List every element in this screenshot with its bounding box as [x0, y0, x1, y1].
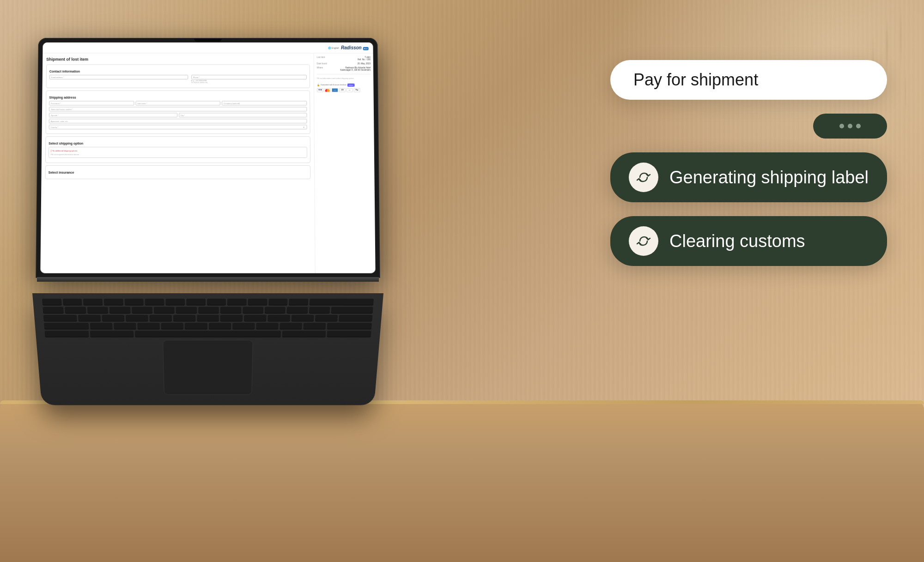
laptop-screen-inner: 🌐 English Radisson BLU Shipment of lost … [40, 42, 375, 273]
pay-shipment-text: Pay for shipment [633, 70, 758, 89]
web-page: 🌐 English Radisson BLU Shipment of lost … [40, 42, 375, 273]
no-shipping-options: No additional shipping options. [51, 149, 305, 152]
date-found-row: Date found 20. May, 2023 [317, 62, 371, 65]
web-page-header: 🌐 English Radisson BLU [43, 42, 373, 54]
touchpad[interactable] [163, 340, 253, 395]
keyboard-keys [32, 293, 383, 342]
lost-item-ref: Ref. No. / 180 [358, 58, 371, 60]
hotel-badge: BLU [363, 47, 368, 50]
where-row: Where Radisson Blu Arlanda Hotel Kabinvä… [317, 66, 371, 71]
zip-city-row: Zipcode * City * [49, 113, 307, 117]
payment-icons: VISA AMEX JCB Dn Pay [317, 88, 371, 92]
company-input[interactable]: Company (optional) [222, 101, 307, 106]
stripe-badge: stripe [347, 83, 354, 86]
amex-icon: AMEX [332, 88, 338, 92]
dot-1 [839, 124, 844, 128]
diners-icon: Dn [346, 88, 353, 92]
clearing-customs-icon [629, 226, 658, 256]
shipping-option-title: Select shipping option [49, 142, 307, 145]
phone-input[interactable]: Phone * [191, 75, 307, 79]
generating-label-text: Generating shipping label [669, 168, 869, 187]
contact-section-title: Contact information [49, 70, 307, 73]
hotel-address: Kabinvägen 5, 190 60 Stockholm [340, 69, 371, 71]
laptop-keyboard [32, 293, 383, 405]
dots-card [813, 114, 887, 139]
hotel-logo: Radisson BLU [341, 45, 369, 50]
phone-note: For shipment updates only [191, 82, 307, 84]
jcb-icon: JCB [339, 88, 346, 92]
fill-notice: Fill out recipient information above [51, 153, 305, 156]
insurance-section-title: Select insurance [49, 171, 308, 174]
visa-icon: VISA [317, 88, 323, 92]
apartment-input[interactable]: Apartment, suite, etc. [49, 119, 307, 123]
dot-3 [856, 124, 861, 128]
camera-notch [194, 39, 222, 42]
laptop-hinge [37, 277, 379, 282]
generating-label-icon [629, 163, 658, 192]
shipping-options-box: No additional shipping options. Fill out… [49, 147, 307, 158]
secure-text: Guaranteed safe & secure checkout [321, 84, 346, 86]
page-title: Shipment of lost item [46, 57, 310, 62]
secure-checkout-section: 🔒 Guaranteed safe & secure checkout stri… [317, 83, 371, 86]
pay-shipment-card[interactable]: Pay for shipment [610, 60, 887, 100]
contact-row: Email address * Phone * E.g. +44 2345678… [49, 75, 307, 84]
generating-label-card: Generating shipping label [610, 152, 887, 202]
last-name-input[interactable]: Last name * [135, 101, 220, 106]
shipping-section-title: Shipping address [49, 96, 307, 99]
first-name-input[interactable]: First name * [49, 101, 134, 106]
laptop-screen-outer: 🌐 English Radisson BLU Shipment of lost … [36, 38, 380, 278]
clearing-customs-card: Clearing customs [610, 216, 887, 266]
overlay-cards: Pay for shipment Generating shipping lab… [610, 60, 887, 266]
lost-item-row: Lost item T-shirt Ref. No. / 180 [316, 56, 370, 61]
name-row: First name * Last name * Company (option… [49, 101, 307, 106]
zipcode-input[interactable]: Zipcode * [49, 113, 177, 117]
language-selector[interactable]: 🌐 English [328, 46, 339, 49]
country-input[interactable]: Country * ▼ [49, 125, 307, 129]
city-input[interactable]: City * [179, 113, 307, 117]
mastercard-icon [324, 88, 331, 92]
laptop: 🌐 English Radisson BLU Shipment of lost … [23, 37, 402, 453]
date-found-value: 20. May, 2023 [358, 62, 371, 65]
clearing-customs-text: Clearing customs [669, 231, 805, 251]
apple-pay-icon: Pay [354, 88, 360, 92]
dot-2 [848, 124, 852, 128]
web-right-column: Lost item T-shirt Ref. No. / 180 Date fo… [313, 54, 375, 273]
web-left-column: Shipment of lost item Contact informatio… [40, 54, 315, 273]
web-page-content: Shipment of lost item Contact informatio… [40, 54, 375, 273]
shipping-placeholder: Fill out information and select shipping… [317, 77, 371, 80]
email-input[interactable]: Email address * [49, 75, 188, 79]
street-input[interactable]: Street and house number * [49, 107, 307, 111]
